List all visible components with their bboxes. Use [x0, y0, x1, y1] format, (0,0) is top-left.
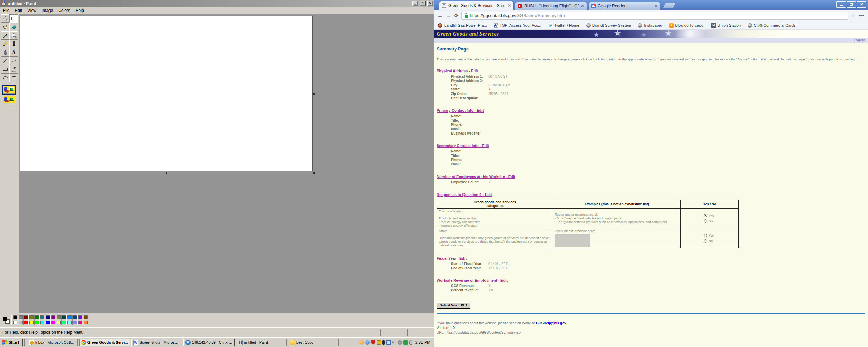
tool-polygon[interactable] [9, 65, 18, 74]
taskbar-task-folder[interactable]: Best Copy [288, 339, 339, 346]
bookmark-instapaper[interactable]: Instapaper [638, 23, 662, 28]
bookmark-landfill[interactable]: Landfill Gas Power Pla... [438, 23, 487, 28]
browser-minimize-button[interactable] [836, 1, 846, 8]
tab-close-icon[interactable]: ✕ [654, 4, 658, 8]
taskbar-task-citrix[interactable]: 146.142.40.39 - Citrix o... [183, 339, 235, 346]
tool-text[interactable]: A [9, 48, 18, 57]
taskbar-task-outlook[interactable]: Inbox - Microsoft Outlook [27, 339, 78, 346]
option-transparent-selection[interactable] [2, 95, 16, 104]
menu-file[interactable]: File [0, 7, 12, 14]
bookmark-union-station[interactable]: MUnion Station [711, 23, 741, 28]
menu-image[interactable]: Image [39, 7, 56, 14]
tray-display-icon[interactable] [386, 340, 391, 345]
color-swatch[interactable] [61, 315, 67, 320]
color-swatch[interactable] [13, 315, 18, 320]
bookmark-brandt[interactable]: Brandt Survey System [586, 23, 631, 28]
radio-no[interactable] [704, 239, 707, 243]
tool-curve[interactable] [9, 57, 18, 65]
tool-select[interactable] [9, 14, 18, 23]
reload-icon[interactable]: ⟳ [454, 13, 459, 19]
help-email-link[interactable]: GGSHelp@bls.gov [536, 321, 566, 325]
paint-minimize-button[interactable]: ▁ [412, 1, 418, 6]
browser-close-button[interactable]: ✕ [857, 1, 866, 8]
color-swatch[interactable] [61, 320, 67, 325]
taskbar-task-chrome-active[interactable]: Green Goods & Servi... [79, 339, 130, 346]
menu-view[interactable]: View [25, 7, 39, 14]
color-swatch[interactable] [40, 320, 45, 325]
option-opaque-selection[interactable] [2, 85, 16, 95]
physical-address-edit-link[interactable]: Physical Address - Edit [437, 69, 478, 73]
primary-contact-edit-link[interactable]: Primary Contact Info - Edit [437, 108, 484, 113]
paint-canvas[interactable] [20, 16, 313, 171]
bookmark-blog-torcedor[interactable]: ★Blog do Torcedor [669, 23, 705, 28]
radio-yes-checked[interactable] [704, 214, 707, 217]
radio-yes[interactable] [704, 234, 707, 237]
bookmark-tsp[interactable]: TSP: Access Your Acc... [494, 23, 541, 28]
tool-magnifier[interactable] [9, 31, 18, 40]
back-icon[interactable]: ← [437, 13, 443, 18]
color-swatch[interactable] [13, 320, 18, 325]
tool-rectangle[interactable] [1, 65, 9, 74]
taskbar-task-paint[interactable]: untitled - Paint [236, 339, 287, 346]
color-swatch[interactable] [83, 315, 88, 320]
tool-pick-color[interactable] [1, 31, 9, 40]
color-swatch[interactable] [56, 320, 61, 325]
paint-titlebar[interactable]: untitled - Paint ▁ □ ✕ [0, 0, 434, 7]
color-swatch[interactable] [18, 320, 23, 325]
color-swatch[interactable] [67, 320, 72, 325]
color-swatch[interactable] [51, 320, 56, 325]
color-swatch[interactable] [23, 315, 29, 320]
canvas-resize-handle-right[interactable] [313, 93, 315, 95]
taskbar-clock[interactable]: 3:31 PM [415, 340, 430, 345]
color-swatch[interactable] [78, 320, 83, 325]
color-swatch[interactable] [78, 315, 83, 320]
tool-line[interactable] [1, 57, 9, 65]
tool-fill-with-color[interactable] [9, 23, 18, 31]
address-bar[interactable]: https://ggsdatat.bls.gov/GGS/showSummary… [461, 12, 848, 20]
bookmark-star-icon[interactable]: ☆ [851, 13, 855, 19]
tool-brush[interactable] [9, 40, 18, 48]
forward-icon[interactable]: → [446, 13, 452, 18]
wrench-menu-icon[interactable] [858, 12, 865, 19]
color-swatch[interactable] [83, 320, 88, 325]
color-swatch[interactable] [45, 315, 51, 320]
tray-network-icon[interactable] [403, 340, 408, 345]
color-swatch[interactable] [72, 320, 78, 325]
tray-antivirus-shield-icon[interactable] [371, 340, 375, 345]
menu-colors[interactable]: Colors [56, 7, 73, 14]
color-swatch[interactable] [23, 320, 29, 325]
tool-rounded-rectangle[interactable] [9, 74, 18, 82]
color-swatch[interactable] [34, 315, 40, 320]
start-button[interactable]: Start [1, 339, 23, 346]
describe-textarea[interactable] [555, 234, 590, 247]
tray-updates-icon[interactable] [359, 340, 364, 345]
fiscal-year-edit-link[interactable]: Fiscal Year - Edit [437, 256, 467, 260]
tool-ellipse[interactable] [1, 74, 9, 82]
tool-airbrush[interactable] [1, 48, 9, 57]
tab-close-icon[interactable]: ✕ [508, 3, 511, 8]
tab-youtube[interactable]: RUSH - "Headlong Flight" - Of ✕ [515, 2, 587, 10]
new-tab-button[interactable] [663, 3, 676, 8]
tool-eraser[interactable] [1, 23, 9, 31]
tray-device-icon[interactable] [398, 340, 402, 345]
tray-lock-icon[interactable] [377, 340, 381, 345]
menu-help[interactable]: Help [73, 7, 87, 14]
canvas-resize-handle-bottom[interactable] [166, 172, 167, 174]
color-swatch[interactable] [18, 315, 23, 320]
browser-maximize-button[interactable] [847, 1, 856, 8]
logout-link[interactable]: Logout [854, 38, 865, 42]
paint-maximize-button[interactable]: □ [420, 1, 426, 6]
tool-pencil[interactable] [1, 40, 9, 48]
tab-close-icon[interactable]: ✕ [581, 4, 584, 8]
tray-phone-icon[interactable] [382, 340, 385, 345]
tray-messenger-icon[interactable] [365, 340, 370, 345]
canvas-resize-handle-corner[interactable] [313, 172, 315, 174]
color-swatch[interactable] [67, 315, 72, 320]
tray-mouse-icon[interactable] [409, 340, 412, 345]
bookmark-twitter[interactable]: Twitter / Home [548, 23, 579, 28]
bookmark-citi[interactable]: Citi® Commercial Cards [748, 23, 796, 28]
color-swatch[interactable] [51, 315, 56, 320]
secondary-contact-edit-link[interactable]: Secondary Contact Info - Edit [437, 144, 489, 148]
menu-edit[interactable]: Edit [12, 7, 25, 14]
tool-free-form-select[interactable] [1, 14, 9, 23]
